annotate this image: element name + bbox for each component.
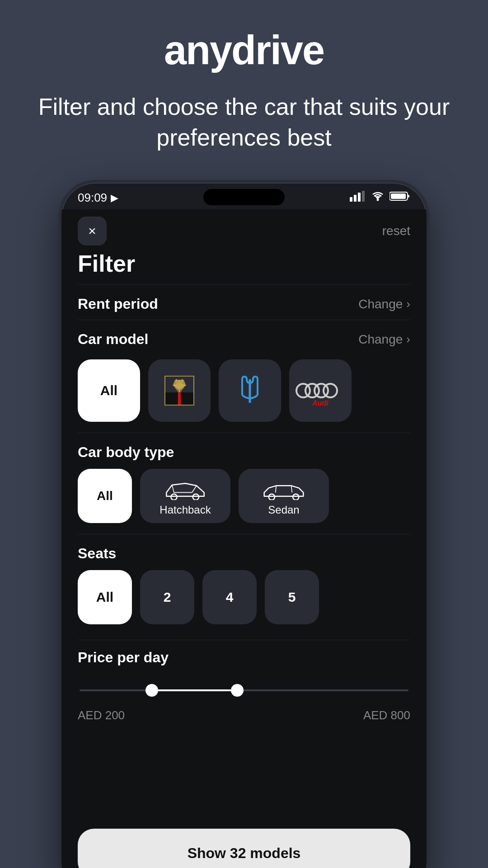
brand-logos-row: All (78, 355, 410, 433)
brand-item-maserati[interactable] (219, 359, 281, 422)
close-icon: × (88, 223, 96, 239)
filter-title: Filter (78, 250, 410, 277)
svg-rect-7 (391, 193, 406, 199)
car-model-change[interactable]: Change › (358, 332, 410, 347)
svg-rect-10 (178, 392, 181, 405)
brand-all-label: All (100, 383, 117, 398)
body-type-row: All Hatchback (78, 464, 410, 534)
seat-all-label: All (96, 590, 113, 605)
price-label: Price per day (78, 640, 410, 677)
signal-icon (350, 191, 366, 205)
body-type-all-label: All (97, 489, 113, 503)
power-button (427, 309, 429, 363)
rent-period-change[interactable]: Change › (358, 297, 410, 311)
porsche-logo-icon (161, 373, 197, 409)
brand-item-audi[interactable]: Audi (289, 359, 352, 422)
price-range-labels: AED 200 AED 800 (78, 708, 410, 722)
slider-fill (152, 689, 237, 691)
body-type-all[interactable]: All (78, 469, 132, 523)
hatchback-label: Hatchback (160, 504, 211, 516)
svg-point-4 (377, 199, 379, 201)
price-min-label: AED 200 (78, 708, 125, 722)
rent-period-row: Rent period Change › (78, 284, 410, 320)
seat-5-label: 5 (288, 590, 296, 605)
maserati-logo-icon (230, 370, 270, 411)
svg-point-30 (269, 494, 275, 500)
chevron-right-icon-2: › (406, 332, 410, 346)
battery-icon (389, 191, 410, 205)
close-button[interactable]: × (78, 217, 107, 245)
slider-thumb-min[interactable] (145, 684, 158, 697)
svg-point-31 (293, 494, 299, 500)
svg-point-28 (171, 494, 177, 500)
wifi-icon (371, 191, 385, 205)
price-slider[interactable] (80, 681, 408, 699)
volume-button (59, 318, 61, 350)
app-title: anydrive (27, 27, 461, 74)
svg-rect-11 (181, 392, 194, 405)
price-section: Price per day AED 200 AED 800 (78, 635, 410, 731)
sedan-icon (261, 477, 306, 500)
seat-all[interactable]: All (78, 570, 132, 624)
car-model-change-text: Change (358, 332, 403, 347)
svg-text:Audi: Audi (312, 399, 328, 407)
price-max-label: AED 800 (363, 708, 410, 722)
slider-thumb-max[interactable] (231, 684, 244, 697)
svg-point-17 (176, 382, 183, 392)
sedan-label: Sedan (268, 504, 299, 516)
hatchback-icon (163, 477, 208, 500)
svg-rect-1 (354, 195, 357, 202)
svg-rect-0 (350, 197, 352, 202)
svg-point-29 (193, 494, 199, 500)
reset-button[interactable]: reset (382, 224, 410, 238)
seat-4-label: 4 (226, 590, 234, 605)
audi-logo-icon: Audi (293, 370, 347, 411)
svg-rect-9 (165, 392, 178, 405)
seat-2[interactable]: 2 (140, 570, 194, 624)
slider-track (80, 689, 408, 691)
seat-5[interactable]: 5 (265, 570, 319, 624)
body-type-label: Car body type (78, 444, 174, 461)
seat-2-label: 2 (164, 590, 171, 605)
seats-label: Seats (78, 545, 116, 562)
phone-notch (203, 189, 285, 205)
car-model-row: Car model Change › (78, 320, 410, 355)
seat-4[interactable]: 4 (202, 570, 257, 624)
seats-row: All 2 4 5 (78, 566, 410, 635)
filter-header: × reset (78, 209, 410, 250)
svg-rect-2 (358, 193, 361, 202)
body-type-sedan[interactable]: Sedan (239, 469, 329, 523)
rent-period-label: Rent period (78, 296, 158, 312)
body-type-section: Car body type (78, 433, 410, 464)
chevron-right-icon: › (406, 297, 410, 311)
app-subtitle: Filter and choose the car that suits you… (27, 92, 461, 153)
screen-content: × reset Filter Rent period Change › Car … (61, 209, 427, 820)
body-type-hatchback[interactable]: Hatchback (140, 469, 230, 523)
svg-rect-6 (408, 195, 409, 198)
cta-container: Show 32 models (61, 820, 427, 868)
brand-item-porsche[interactable] (148, 359, 211, 422)
location-icon: ▶ (111, 192, 118, 204)
car-model-label: Car model (78, 331, 148, 348)
svg-rect-3 (362, 191, 365, 202)
seats-section: Seats (78, 534, 410, 566)
brand-item-all[interactable]: All (78, 359, 140, 422)
status-time: 09:09 (78, 191, 107, 205)
phone-frame: 09:09 ▶ (59, 180, 429, 868)
show-models-button[interactable]: Show 32 models (78, 829, 410, 868)
rent-period-change-text: Change (358, 297, 403, 311)
